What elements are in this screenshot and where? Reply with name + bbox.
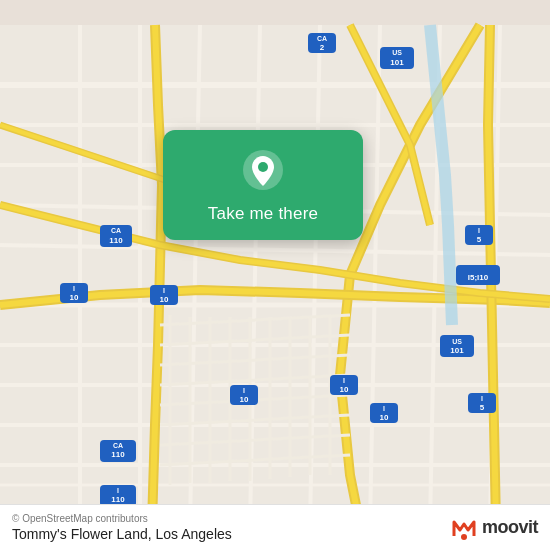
- svg-text:110: 110: [109, 236, 123, 245]
- svg-text:101: 101: [450, 346, 464, 355]
- location-card: Take me there: [163, 130, 363, 240]
- location-name: Tommy's Flower Land, Los Angeles: [12, 526, 232, 542]
- take-me-there-button[interactable]: Take me there: [208, 204, 318, 224]
- svg-text:10: 10: [70, 293, 79, 302]
- map-container: US 101 CA 2 CA 110 I 10 I 10 I 10 I 10 I…: [0, 0, 550, 550]
- svg-text:10: 10: [160, 295, 169, 304]
- svg-text:I: I: [243, 387, 245, 394]
- svg-point-82: [461, 534, 467, 540]
- svg-text:US: US: [392, 49, 402, 56]
- bottom-bar: © OpenStreetMap contributors Tommy's Flo…: [0, 504, 550, 550]
- svg-text:CA: CA: [113, 442, 123, 449]
- svg-text:I: I: [343, 377, 345, 384]
- svg-point-80: [258, 162, 268, 172]
- copyright-text: © OpenStreetMap contributors: [12, 513, 232, 524]
- bottom-left-info: © OpenStreetMap contributors Tommy's Flo…: [12, 513, 232, 542]
- svg-text:10: 10: [340, 385, 349, 394]
- svg-text:110: 110: [111, 450, 125, 459]
- svg-text:10: 10: [380, 413, 389, 422]
- svg-text:CA: CA: [317, 35, 327, 42]
- svg-text:I: I: [117, 487, 119, 494]
- svg-text:101: 101: [390, 58, 404, 67]
- svg-text:I: I: [73, 285, 75, 292]
- moovit-brand-name: moovit: [482, 517, 538, 538]
- location-pin-icon: [241, 148, 285, 192]
- svg-text:US: US: [452, 338, 462, 345]
- map-background: US 101 CA 2 CA 110 I 10 I 10 I 10 I 10 I…: [0, 0, 550, 550]
- svg-text:I: I: [383, 405, 385, 412]
- svg-text:5: 5: [477, 235, 482, 244]
- svg-text:5: 5: [480, 403, 485, 412]
- svg-text:I: I: [163, 287, 165, 294]
- svg-text:I: I: [478, 227, 480, 234]
- svg-text:CA: CA: [111, 227, 121, 234]
- moovit-brand-icon: [450, 514, 478, 542]
- moovit-logo: moovit: [450, 514, 538, 542]
- svg-text:10: 10: [240, 395, 249, 404]
- svg-text:110: 110: [111, 495, 125, 504]
- svg-text:I: I: [481, 395, 483, 402]
- svg-text:I5;I10: I5;I10: [468, 273, 489, 282]
- svg-text:2: 2: [320, 43, 325, 52]
